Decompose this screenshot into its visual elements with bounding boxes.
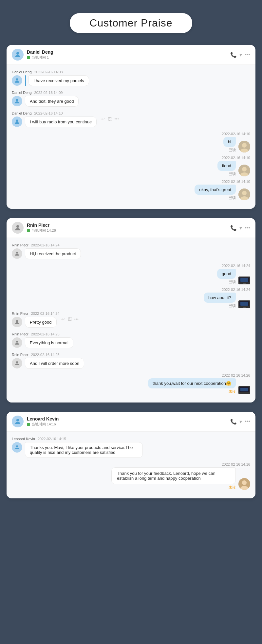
chat-header-icons-1[interactable]: 📞 ▾ ••• — [230, 52, 250, 58]
msg-time-d1: 2022-02-16 14:08 — [34, 70, 63, 74]
right-avatar-d2 — [238, 165, 250, 176]
right-time-r2: 2022-02-16 14:24 — [222, 288, 250, 292]
msg-group-rnin-4: Rnin Piecr 2022-02-16 14:25 And I will o… — [12, 353, 250, 369]
read-status-r1: 已读 — [229, 279, 236, 284]
msg-group-rnin-3: Rnin Piecr 2022-02-16 14:25 Everything i… — [12, 332, 250, 348]
msg-action-image-r[interactable]: 🖼 — [67, 317, 72, 322]
svg-point-30 — [16, 419, 19, 421]
svg-point-23 — [16, 320, 18, 322]
chat-header-info-3: Lenoard Kevin 当地时间 14:16 — [27, 416, 230, 427]
chat-status-label-1: 当地时间 1 — [31, 55, 49, 60]
msg-sender-info-d1: Daniel Deng 2022-02-16 14:08 — [12, 70, 250, 74]
svg-point-14 — [16, 252, 18, 254]
dropdown-icon-3[interactable]: ▾ — [239, 419, 242, 425]
chat-header-icons-2[interactable]: 📞 ▾ ••• — [230, 225, 250, 231]
msg-bubble-d1: I have received my parcels — [28, 75, 89, 86]
right-avatar-r1 — [238, 277, 250, 284]
right-time-r1: 2022-02-16 14:24 — [222, 264, 250, 268]
msg-time-r1: 2022-02-16 14:24 — [31, 243, 60, 247]
right-bubble-r2: how aout it? — [204, 293, 236, 303]
right-col-l1: Thank you for your feedback. Lenoard, ho… — [111, 467, 236, 490]
right-msg-block-d2: 2022-02-16 14:10 fiend 已读 — [12, 156, 250, 176]
unread-status-r3: 未读 — [229, 389, 236, 394]
msg-group-rnin-2: Rnin Piecr 2022-02-16 14:24 Pretty good … — [12, 312, 250, 328]
chat-status-1: 当地时间 1 — [27, 55, 230, 60]
msg-row-r2: Pretty good ↩ 🖼 ••• — [12, 317, 250, 328]
msg-sender-info-r4: Rnin Piecr 2022-02-16 14:25 — [12, 353, 250, 357]
chat-card-1: Daniel Deng 当地时间 1 📞 ▾ ••• Daniel Deng 2… — [7, 45, 255, 209]
right-time-d2: 2022-02-16 14:10 — [222, 156, 250, 160]
right-msg-block-d3: 2022-02-16 14:10 okay, that's great 已读 — [12, 180, 250, 200]
chat-status-2: 当地时间 14:26 — [27, 228, 230, 233]
right-time-d3: 2022-02-16 14:10 — [222, 180, 250, 184]
msg-action-more-r[interactable]: ••• — [74, 317, 79, 322]
svg-rect-22 — [243, 307, 246, 308]
msg-bubble-d2: And text, they are good — [25, 96, 79, 107]
msg-action-more[interactable]: ••• — [114, 116, 119, 121]
svg-point-11 — [242, 191, 247, 195]
page-title-box: Customer Praise — [70, 13, 192, 33]
msg-sender-r1: Rnin Piecr — [12, 243, 28, 247]
msg-row-r1: Hi,I received the product — [12, 248, 250, 259]
msg-avatar-r4 — [12, 358, 22, 368]
more-icon-3[interactable]: ••• — [245, 419, 250, 424]
chat-header-info-2: Rnin Piecr 当地时间 14:26 — [27, 223, 230, 233]
phone-icon-1[interactable]: 📞 — [230, 52, 237, 58]
msg-action-image[interactable]: 🖼 — [107, 116, 112, 121]
msg-avatar-d2 — [12, 96, 22, 106]
chat-username-3: Lenoard Kevin — [27, 416, 230, 421]
msg-time-l1: 2022-02-16 14:15 — [38, 437, 66, 441]
msg-sender-info-l1: Lenoard Kevin 2022-02-16 14:15 — [12, 437, 250, 441]
msg-group-daniel-1: Daniel Deng 2022-02-16 14:08 I have rece… — [12, 70, 250, 86]
msg-action-reply-r[interactable]: ↩ — [61, 317, 65, 322]
msg-sender-d1: Daniel Deng — [12, 70, 32, 74]
svg-rect-17 — [240, 278, 248, 282]
chat-status-3: 当地时间 14:16 — [27, 422, 230, 427]
avatar-lenoard — [12, 416, 24, 427]
msg-time-r4: 2022-02-16 14:25 — [31, 353, 60, 357]
chat-card-2: Rnin Piecr 当地时间 14:26 📞 ▾ ••• Rnin Piecr… — [7, 218, 255, 402]
right-msg-block-d1: 2022-02-16 14:10 hi 已读 — [12, 132, 250, 152]
read-status-d1: 已读 — [229, 148, 236, 152]
phone-icon-2[interactable]: 📞 — [230, 225, 237, 231]
msg-sender-info-r3: Rnin Piecr 2022-02-16 14:25 — [12, 332, 250, 336]
msg-sender-r4: Rnin Piecr — [12, 353, 28, 357]
msg-action-reply[interactable]: ↩ — [101, 116, 105, 121]
right-avatar-d1 — [238, 141, 250, 152]
svg-point-3 — [16, 119, 18, 122]
chat-header-icons-3[interactable]: 📞 ▾ ••• — [230, 419, 250, 425]
avatar-daniel — [12, 49, 24, 61]
more-icon-1[interactable]: ••• — [245, 52, 250, 58]
svg-point-33 — [242, 480, 247, 485]
msg-group-daniel-3: Daniel Deng 2022-02-16 14:10 I will buy … — [12, 111, 250, 127]
chat-body-1: Daniel Deng 2022-02-16 14:08 I have rece… — [7, 65, 255, 209]
msg-avatar-l1 — [12, 442, 22, 453]
msg-accent-d1: I have received my parcels — [25, 75, 89, 86]
right-row-d2: fiend 已读 — [217, 161, 250, 176]
read-status-d3: 已读 — [229, 195, 236, 200]
dropdown-icon-1[interactable]: ▾ — [239, 52, 242, 58]
svg-point-8 — [242, 167, 247, 171]
more-icon-2[interactable]: ••• — [245, 225, 250, 231]
msg-time-d2: 2022-02-16 14:09 — [34, 91, 63, 95]
msg-sender-info-d2: Daniel Deng 2022-02-16 14:09 — [12, 91, 250, 95]
unread-status-l1: 未读 — [229, 485, 236, 490]
msg-group-lenoard-1: Lenoard Kevin 2022-02-16 14:15 Thanks yo… — [12, 437, 250, 458]
msg-row-d3: I will buy radio from you continue ↩ 🖼 •… — [12, 116, 250, 127]
phone-icon-3[interactable]: 📞 — [230, 419, 237, 425]
chat-username-2: Rnin Piecr — [27, 223, 230, 228]
right-bubble-d1: hi — [223, 137, 236, 147]
right-bubble-d3: okay, that's great — [195, 185, 236, 195]
dropdown-icon-2[interactable]: ▾ — [239, 225, 242, 231]
msg-bubble-l1: Thanks you. Mavi, I like your products a… — [25, 442, 143, 458]
right-time-l1: 2022-02-16 14:16 — [222, 462, 250, 466]
svg-rect-28 — [240, 388, 248, 391]
right-msg-block-r2: 2022-02-16 14:24 how aout it? 已读 — [12, 288, 250, 308]
msg-time-d3: 2022-02-16 14:10 — [34, 111, 63, 115]
right-msg-block-l1: 2022-02-16 14:16 Thank you for your feed… — [12, 462, 250, 490]
right-msg-block-r3: 2022-02-16 14:26 thank you,wait for our … — [12, 373, 250, 394]
right-bubble-r3: thank you,wait for our next cooperation🤗 — [148, 378, 236, 388]
msg-bubble-r2: Pretty good — [25, 317, 57, 328]
svg-point-5 — [242, 143, 247, 148]
msg-sender-r3: Rnin Piecr — [12, 332, 28, 336]
